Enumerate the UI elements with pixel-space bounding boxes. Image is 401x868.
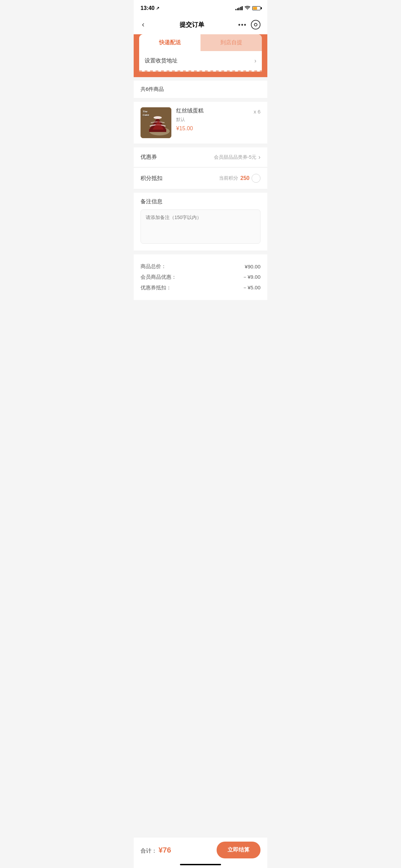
status-icons bbox=[235, 5, 260, 11]
product-count-section: 共6件商品 bbox=[134, 81, 267, 98]
status-bar: 13:40 ↗ bbox=[134, 0, 267, 15]
subtotal-label: 商品总价： bbox=[141, 263, 166, 270]
delivery-tabs: 快递配送 到店自提 bbox=[139, 34, 262, 51]
cake-image-label: The Cake bbox=[143, 110, 149, 117]
product-quantity: x 6 bbox=[254, 109, 260, 114]
address-label: 设置收货地址 bbox=[145, 57, 178, 64]
back-button[interactable]: ‹ bbox=[141, 19, 146, 31]
points-label: 积分抵扣 bbox=[141, 175, 162, 182]
battery-icon bbox=[252, 6, 260, 10]
coupon-value-container: 会员甜品品类券-5元 › bbox=[214, 154, 260, 161]
time-display: 13:40 bbox=[141, 5, 155, 11]
coupon-section[interactable]: 优惠券 会员甜品品类券-5元 › bbox=[134, 147, 267, 167]
tab-pickup-label: 到店自提 bbox=[220, 39, 242, 45]
battery-fill bbox=[253, 7, 257, 10]
status-time: 13:40 ↗ bbox=[141, 5, 159, 11]
coupon-discount-row: 优惠券抵扣： －¥5.00 bbox=[141, 282, 260, 293]
nav-bar: ‹ 提交订单 ••• bbox=[134, 15, 267, 34]
notes-label: 备注信息 bbox=[141, 198, 260, 205]
coupon-discount-value: －¥5.00 bbox=[242, 285, 260, 291]
signal-icon bbox=[235, 6, 243, 10]
location-icon: ↗ bbox=[156, 6, 159, 11]
notes-input[interactable] bbox=[141, 209, 260, 244]
scan-button[interactable] bbox=[251, 20, 260, 29]
member-discount-row: 会员商品优惠： －¥9.00 bbox=[141, 272, 260, 282]
dashed-divider bbox=[139, 71, 262, 71]
product-spec: 默认 bbox=[176, 117, 249, 123]
product-count: 共6件商品 bbox=[141, 86, 164, 92]
svg-point-2 bbox=[154, 116, 162, 119]
notes-section: 备注信息 bbox=[134, 193, 267, 251]
points-value-container: 当前积分 250 bbox=[219, 174, 260, 183]
nav-actions: ••• bbox=[238, 20, 260, 29]
tab-express-delivery[interactable]: 快递配送 bbox=[139, 34, 200, 51]
more-button[interactable]: ••• bbox=[238, 21, 247, 28]
price-breakdown: 商品总价： ¥90.00 会员商品优惠： －¥9.00 优惠券抵扣： －¥5.0… bbox=[134, 254, 267, 300]
coupon-chevron-icon: › bbox=[258, 154, 260, 161]
points-prefix: 当前积分 bbox=[219, 175, 238, 181]
coupon-value: 会员甜品品类券-5元 bbox=[214, 154, 256, 160]
points-section: 积分抵扣 当前积分 250 bbox=[134, 167, 267, 189]
address-section: 设置收货地址 › bbox=[139, 51, 262, 72]
product-image: The Cake bbox=[141, 107, 171, 138]
delivery-section: 快递配送 到店自提 设置收货地址 › bbox=[134, 34, 267, 77]
wifi-icon bbox=[245, 5, 250, 11]
member-discount-label: 会员商品优惠： bbox=[141, 274, 177, 280]
product-info: 红丝绒蛋糕 默认 ¥15.00 bbox=[176, 107, 249, 132]
member-discount-value: －¥9.00 bbox=[242, 274, 260, 280]
coupon-label: 优惠券 bbox=[141, 154, 157, 161]
product-price: ¥15.00 bbox=[176, 125, 249, 132]
tab-store-pickup[interactable]: 到店自提 bbox=[200, 34, 262, 51]
points-toggle[interactable] bbox=[252, 174, 260, 183]
bottom-spacer bbox=[134, 300, 267, 334]
scan-icon bbox=[254, 23, 257, 26]
subtotal-row: 商品总价： ¥90.00 bbox=[141, 261, 260, 272]
chevron-right-icon: › bbox=[254, 57, 256, 64]
product-name: 红丝绒蛋糕 bbox=[176, 107, 249, 114]
subtotal-value: ¥90.00 bbox=[245, 264, 260, 269]
product-item: The Cake 红丝绒蛋糕 默认 ¥15.00 x 6 bbox=[134, 102, 267, 144]
page-title: 提交订单 bbox=[180, 21, 204, 29]
tab-express-label: 快递配送 bbox=[159, 39, 181, 45]
coupon-discount-label: 优惠券抵扣： bbox=[141, 285, 171, 291]
address-row[interactable]: 设置收货地址 › bbox=[145, 51, 256, 71]
points-amount: 250 bbox=[240, 175, 250, 181]
cake-thumbnail: The Cake bbox=[141, 107, 171, 138]
